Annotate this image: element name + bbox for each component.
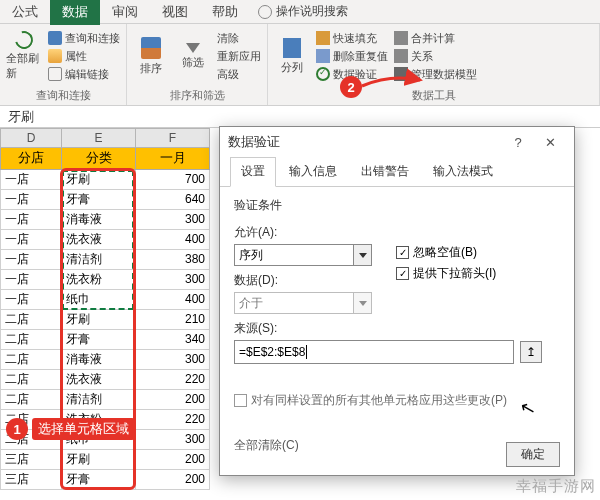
cell-category[interactable]: 洗衣粉 — [62, 410, 136, 430]
range-picker-button[interactable] — [520, 341, 542, 363]
cell-store[interactable]: 三店 — [0, 470, 62, 490]
cell-category[interactable]: 牙刷 — [62, 310, 136, 330]
cell-store[interactable]: 二店 — [0, 330, 62, 350]
cell-category[interactable]: 纸巾 — [62, 290, 136, 310]
cell-category[interactable]: 牙膏 — [62, 330, 136, 350]
hdr-store[interactable]: 分店 — [0, 148, 62, 170]
sort-button[interactable]: 排序 — [133, 26, 169, 86]
cell-category[interactable]: 牙膏 — [62, 190, 136, 210]
dropdown-arrow-checkbox[interactable]: 提供下拉箭头(I) — [396, 265, 496, 282]
dialog-footer: 确定 — [234, 442, 560, 467]
cell-category[interactable]: 洗衣液 — [62, 230, 136, 250]
data-validation-button[interactable]: 数据验证 — [316, 67, 388, 82]
dialog-tab-error-alert[interactable]: 出错警告 — [350, 157, 420, 186]
data-dropdown-button[interactable] — [354, 292, 372, 314]
cell-store[interactable]: 一店 — [0, 250, 62, 270]
cell-category[interactable]: 牙刷 — [62, 450, 136, 470]
dialog-tab-settings[interactable]: 设置 — [230, 157, 276, 187]
dialog-help-button[interactable]: ? — [502, 130, 534, 154]
cell-store[interactable]: 一店 — [0, 290, 62, 310]
cell-category[interactable]: 牙刷 — [62, 170, 136, 190]
data-model-button[interactable]: 管理数据模型 — [394, 67, 477, 82]
cell-category[interactable]: 洗衣液 — [62, 370, 136, 390]
advanced-filter-button[interactable]: 高级 — [217, 67, 261, 82]
ignore-blank-checkbox[interactable]: 忽略空值(B) — [396, 244, 496, 261]
dialog-tab-input-msg[interactable]: 输入信息 — [278, 157, 348, 186]
ribbon-tab-data[interactable]: 数据 — [50, 0, 100, 25]
cell-store[interactable]: 二店 — [0, 430, 62, 450]
cell-category[interactable]: 清洁剂 — [62, 250, 136, 270]
cell-jan[interactable]: 200 — [136, 390, 210, 410]
cell-category[interactable]: 消毒液 — [62, 350, 136, 370]
filter-button[interactable]: 筛选 — [175, 26, 211, 86]
hdr-jan[interactable]: 一月 — [136, 148, 210, 170]
col-header-F[interactable]: F — [136, 128, 210, 148]
reapply-button[interactable]: 重新应用 — [217, 49, 261, 64]
ribbon-tab-formula[interactable]: 公式 — [0, 0, 50, 25]
text-to-columns-button[interactable]: 分列 — [274, 26, 310, 86]
cell-jan[interactable]: 300 — [136, 430, 210, 450]
edit-links-button[interactable]: 编辑链接 — [48, 67, 120, 82]
source-input[interactable]: =$E$2:$E$8 — [234, 340, 514, 364]
remove-duplicates-button[interactable]: 删除重复值 — [316, 49, 388, 64]
cell-store[interactable]: 二店 — [0, 410, 62, 430]
cell-jan[interactable]: 220 — [136, 370, 210, 390]
cell-store[interactable]: 二店 — [0, 370, 62, 390]
relationships-button[interactable]: 关系 — [394, 49, 477, 64]
data-combo[interactable]: 介于 — [234, 292, 372, 314]
hdr-category[interactable]: 分类 — [62, 148, 136, 170]
cell-jan[interactable]: 200 — [136, 470, 210, 490]
col-header-D[interactable]: D — [0, 128, 62, 148]
dialog-titlebar[interactable]: 数据验证 ? ✕ — [220, 127, 574, 157]
cell-store[interactable]: 一店 — [0, 210, 62, 230]
flash-fill-button[interactable]: 快速填充 — [316, 31, 388, 46]
refresh-label: 全部刷新 — [6, 51, 42, 81]
dialog-close-button[interactable]: ✕ — [534, 130, 566, 154]
ribbon-body: 全部刷新 查询和连接 属性 编辑链接 查询和连接 排序 筛选 清除 重新应用 高… — [0, 24, 600, 106]
filter-icon — [186, 43, 200, 53]
cell-store[interactable]: 二店 — [0, 310, 62, 330]
cell-store[interactable]: 一店 — [0, 170, 62, 190]
tell-me-search[interactable]: 操作说明搜索 — [258, 3, 348, 20]
cell-store[interactable]: 一店 — [0, 190, 62, 210]
cell-jan[interactable]: 200 — [136, 450, 210, 470]
cell-jan[interactable]: 700 — [136, 170, 210, 190]
checkbox-icon — [396, 246, 409, 259]
cell-jan[interactable]: 300 — [136, 210, 210, 230]
cell-jan[interactable]: 640 — [136, 190, 210, 210]
cell-store[interactable]: 一店 — [0, 230, 62, 250]
cell-store[interactable]: 二店 — [0, 350, 62, 370]
allow-dropdown-button[interactable] — [354, 244, 372, 266]
cell-jan[interactable]: 380 — [136, 250, 210, 270]
cell-category[interactable]: 牙膏 — [62, 470, 136, 490]
cell-jan[interactable]: 400 — [136, 230, 210, 250]
refresh-all-button[interactable]: 全部刷新 — [6, 26, 42, 86]
watermark-text: 幸福手游网 — [516, 477, 596, 496]
formula-bar[interactable]: 牙刷 — [0, 106, 600, 128]
cell-jan[interactable]: 340 — [136, 330, 210, 350]
cell-category[interactable]: 清洁剂 — [62, 390, 136, 410]
ribbon-tab-view[interactable]: 视图 — [150, 0, 200, 25]
cell-jan[interactable]: 300 — [136, 350, 210, 370]
allow-combo[interactable]: 序列 — [234, 244, 372, 266]
queries-connections-button[interactable]: 查询和连接 — [48, 31, 120, 46]
ok-button[interactable]: 确定 — [506, 442, 560, 467]
cell-store[interactable]: 二店 — [0, 390, 62, 410]
ribbon-tab-review[interactable]: 审阅 — [100, 0, 150, 25]
cell-store[interactable]: 三店 — [0, 450, 62, 470]
cell-jan[interactable]: 220 — [136, 410, 210, 430]
cell-category[interactable]: 洗衣粉 — [62, 270, 136, 290]
cell-store[interactable]: 一店 — [0, 270, 62, 290]
consolidate-button[interactable]: 合并计算 — [394, 31, 477, 46]
cell-jan[interactable]: 210 — [136, 310, 210, 330]
clear-filter-button[interactable]: 清除 — [217, 31, 261, 46]
apply-others-checkbox[interactable]: 对有同样设置的所有其他单元格应用这些更改(P) — [234, 392, 560, 409]
cell-jan[interactable]: 300 — [136, 270, 210, 290]
properties-button[interactable]: 属性 — [48, 49, 120, 64]
cell-category[interactable]: 纸巾 — [62, 430, 136, 450]
cell-jan[interactable]: 400 — [136, 290, 210, 310]
ribbon-tab-help[interactable]: 帮助 — [200, 0, 250, 25]
col-header-E[interactable]: E — [62, 128, 136, 148]
cell-category[interactable]: 消毒液 — [62, 210, 136, 230]
dialog-tab-ime[interactable]: 输入法模式 — [422, 157, 504, 186]
